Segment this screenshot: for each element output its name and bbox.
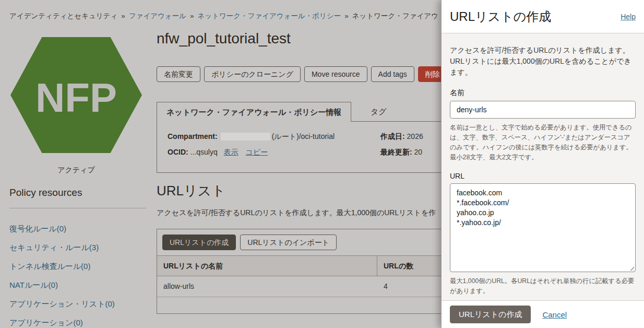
sidebar-item-application-lists[interactable]: アプリケーション・リスト(0) — [9, 295, 150, 313]
nfp-hexagon-icon: NFP — [10, 37, 142, 154]
name-input[interactable] — [450, 101, 636, 119]
table-row[interactable]: allow-urls 4 — [157, 276, 441, 297]
url-list-card: URLリストの作成 URLリストのインポート URLリストの名前 URLの数 a… — [157, 229, 441, 314]
name-label: 名前 — [450, 88, 636, 98]
cell-url-count: 4 — [377, 276, 441, 297]
page-title: nfw_pol_tutorial_test — [157, 30, 291, 47]
sidebar-item-nat-rules[interactable]: NATルール(0) — [9, 276, 150, 295]
panel-body: アクセスを許可/拒否するURLのリストを作成します。URLリストには最大1,00… — [442, 33, 644, 300]
url-help-text: 最大1,000個のURL。各URLはそれぞれ単独の行に記載する必要があります。 — [450, 276, 636, 296]
sidebar-divider — [9, 208, 146, 208]
help-link[interactable]: Help — [621, 13, 636, 21]
created-value: 2026 — [407, 132, 423, 140]
cancel-link[interactable]: Cancel — [542, 310, 567, 319]
main-content: nfw_pol_tutorial_test 名前変更 ポリシーのクローニング M… — [157, 0, 441, 328]
ocid-value: ...qsulyq — [190, 148, 218, 156]
nfp-badge-text: NFP — [35, 75, 117, 121]
redacted-compartment-value — [221, 133, 270, 140]
show-link[interactable]: 表示 — [224, 148, 238, 156]
resource-sidebar: NFP アクティブ Policy resources 復号化ルール(0) セキュ… — [0, 0, 152, 328]
cell-url-list-name: allow-urls — [157, 276, 377, 297]
url-textarea-wrapper: facebook.com *.facebook.com/ yahoo.co.jp… — [450, 183, 636, 272]
import-url-list-button[interactable]: URLリストのインポート — [240, 235, 337, 250]
url-list-table-header: URLリストの名前 URLの数 — [157, 255, 441, 276]
sidebar-item-decryption-rules[interactable]: 復号化ルール(0) — [9, 219, 150, 238]
ocid-row: OCID: ...qsulyq 表示 コピー — [168, 148, 268, 157]
compartment-row: Compartment:(ルート)/oci-tutorial — [168, 132, 335, 142]
clone-policy-button[interactable]: ポリシーのクローニング — [204, 66, 301, 82]
add-tags-button[interactable]: Add tags — [371, 66, 414, 82]
sidebar-item-security-rules[interactable]: セキュリティ・ルール(3) — [9, 238, 150, 257]
compartment-label: Compartment: — [168, 132, 218, 140]
created-row: 作成日: 2026 — [380, 132, 423, 142]
panel-header: URLリストの作成 Help — [442, 0, 644, 33]
name-help-text: 名前は一意とし、文字で始める必要があります。使用できるのは、文字、数字、スペース… — [450, 123, 636, 162]
ocid-label: OCID: — [168, 148, 188, 156]
policy-resources-nav: 復号化ルール(0) セキュリティ・ルール(3) トンネル検査ルール(0) NAT… — [9, 219, 150, 328]
copy-link[interactable]: コピー — [245, 148, 268, 156]
tab-policy-info[interactable]: ネットワーク・ファイアウォール・ポリシー情報 — [157, 102, 351, 122]
url-list-description: アクセスを許可/拒否するURLのリストを作成します。最大1,000個のURLリス… — [157, 208, 436, 218]
sidebar-item-applications[interactable]: アプリケーション(0) — [9, 313, 150, 328]
tab-tags[interactable]: タグ — [360, 102, 397, 122]
updated-label: 最終更新: — [380, 148, 412, 156]
url-list-heading: URLリスト — [157, 182, 225, 200]
panel-description: アクセスを許可/拒否するURLのリストを作成します。URLリストには最大1,00… — [450, 45, 636, 78]
delete-button[interactable]: 削除 — [418, 66, 441, 82]
rename-button[interactable]: 名前変更 — [157, 66, 200, 82]
updated-row: 最終更新: 20 — [380, 148, 422, 157]
create-url-list-button[interactable]: URLリストの作成 — [162, 235, 236, 250]
policy-resources-title: Policy resources — [9, 187, 82, 198]
policy-details-panel: Compartment:(ルート)/oci-tutorial OCID: ...… — [157, 121, 441, 173]
updated-value: 20 — [414, 148, 423, 156]
table-header-name: URLリストの名前 — [157, 256, 377, 276]
panel-footer: URLリストの作成 Cancel — [442, 300, 644, 328]
created-label: 作成日: — [380, 132, 405, 140]
panel-title: URLリストの作成 — [450, 8, 621, 25]
create-url-list-panel: URLリストの作成 Help アクセスを許可/拒否するURLのリストを作成します… — [441, 0, 644, 328]
url-textarea[interactable]: facebook.com *.facebook.com/ yahoo.co.jp… — [450, 183, 636, 272]
sidebar-item-tunnel-inspection-rules[interactable]: トンネル検査ルール(0) — [9, 257, 150, 276]
move-resource-button[interactable]: Move resource — [304, 66, 367, 82]
action-button-row: 名前変更 ポリシーのクローニング Move resource Add tags … — [157, 66, 441, 82]
url-list-toolbar: URLリストの作成 URLリストのインポート — [157, 229, 441, 255]
status-text: アクティブ — [0, 166, 152, 175]
compartment-value: (ルート)/oci-tutorial — [272, 132, 335, 140]
table-header-count: URLの数 — [377, 256, 441, 276]
url-label: URL — [450, 172, 636, 180]
panel-create-button[interactable]: URLリストの作成 — [450, 306, 531, 323]
